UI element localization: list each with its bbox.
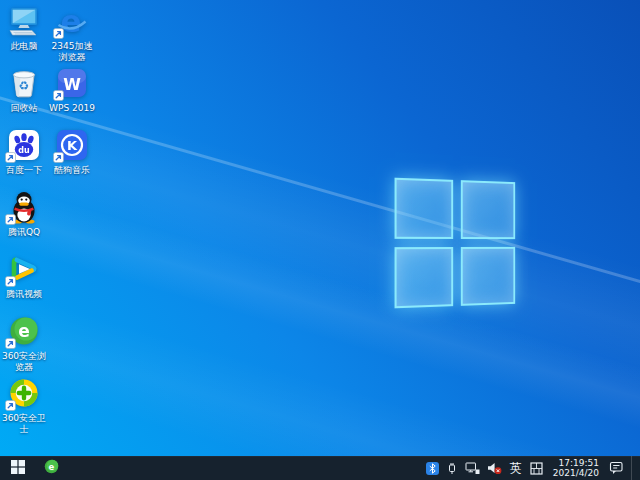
desktop-icon-baidu-search[interactable]: du 百度一下 <box>0 128 48 176</box>
qq-penguin-icon <box>7 190 41 224</box>
svg-text:W: W <box>63 75 81 94</box>
svg-text:e: e <box>18 321 30 341</box>
recycle-bin-icon: ♻ <box>7 66 41 100</box>
start-button[interactable] <box>0 456 36 480</box>
desktop-icon-label: 此电脑 <box>0 41 48 52</box>
desktop-icon-label: 回收站 <box>0 103 48 114</box>
bluetooth-icon[interactable] <box>426 456 439 480</box>
clock-date: 2021/4/20 <box>553 468 599 478</box>
desktop-icon-this-pc[interactable]: 此电脑 <box>0 4 48 52</box>
action-center-icon[interactable] <box>609 456 624 480</box>
windows-logo <box>395 178 516 309</box>
this-pc-icon <box>7 4 41 38</box>
desktop-icon-label: 酷狗音乐 <box>48 165 96 176</box>
windows-logo-pane <box>395 178 454 239</box>
wps-icon: W <box>55 66 89 100</box>
light-ray <box>0 62 640 368</box>
light-ray <box>0 30 640 456</box>
green-e-icon: e <box>7 314 41 348</box>
windows-logo-pane <box>461 180 515 239</box>
desktop-icon-label: 百度一下 <box>0 165 48 176</box>
volume-muted-icon[interactable] <box>487 456 502 480</box>
taskbar-clock[interactable]: 17:19:51 2021/4/20 <box>550 458 602 478</box>
desktop-icon-360-browser[interactable]: e 360安全浏览器 <box>0 314 48 373</box>
show-desktop-button[interactable] <box>631 456 637 480</box>
desktop-icon-label: 360安全浏览器 <box>0 351 48 373</box>
desktop-icon-recycle-bin[interactable]: ♻ 回收站 <box>0 66 48 114</box>
desktop-icon-label: 腾讯视频 <box>0 289 48 300</box>
desktop-icon-label: 360安全卫士 <box>0 413 48 435</box>
green-plus-icon <box>7 376 41 410</box>
windows-logo-pane <box>395 247 454 308</box>
kugou-k-icon: K <box>55 128 89 162</box>
desktop-icon-label: 腾讯QQ <box>0 227 48 238</box>
svg-text:♻: ♻ <box>19 79 30 93</box>
ime-language-indicator[interactable]: 英 <box>509 456 523 480</box>
green-e-icon: e <box>43 458 60 478</box>
windows-start-icon <box>11 460 25 477</box>
taskbar-pinned-360-browser[interactable]: e <box>36 456 66 480</box>
light-ray <box>0 260 640 456</box>
desktop-icon-label: 2345加速浏览器 <box>48 41 96 63</box>
usb-device-icon[interactable] <box>446 456 458 480</box>
windows-logo-pane <box>461 247 515 306</box>
desktop-icon-kugou-music[interactable]: K 酷狗音乐 <box>48 128 96 176</box>
ethernet-network-icon[interactable] <box>465 456 480 480</box>
ime-keyboard-icon[interactable] <box>530 456 543 480</box>
svg-text:du: du <box>18 146 30 155</box>
desktop-icon-360-safeguard[interactable]: 360安全卫士 <box>0 376 48 435</box>
clock-time: 17:19:51 <box>559 458 599 468</box>
desktop-icon-tencent-qq[interactable]: 腾讯QQ <box>0 190 48 238</box>
light-ray <box>0 140 640 456</box>
e-browser-icon: e <box>55 4 89 38</box>
taskbar-empty-area <box>66 456 426 480</box>
desktop-icon-wps-2019[interactable]: W WPS 2019 <box>48 66 96 114</box>
desktop-icon-tencent-video[interactable]: 腾讯视频 <box>0 252 48 300</box>
svg-text:K: K <box>67 138 78 153</box>
system-tray: 英 17:19:51 2021/4/20 <box>426 456 640 480</box>
desktop[interactable]: 此电脑 e 2345加速浏览器 ♻ 回收站 W WPS 2019 du 百度一下… <box>0 0 640 456</box>
screen: 此电脑 e 2345加速浏览器 ♻ 回收站 W WPS 2019 du 百度一下… <box>0 0 640 480</box>
desktop-icon-2345-browser[interactable]: e 2345加速浏览器 <box>48 4 96 63</box>
baidu-paw-icon: du <box>7 128 41 162</box>
taskbar: e <box>0 456 640 480</box>
play-triangle-icon <box>7 252 41 286</box>
svg-text:e: e <box>48 462 54 472</box>
desktop-icon-label: WPS 2019 <box>48 103 96 114</box>
